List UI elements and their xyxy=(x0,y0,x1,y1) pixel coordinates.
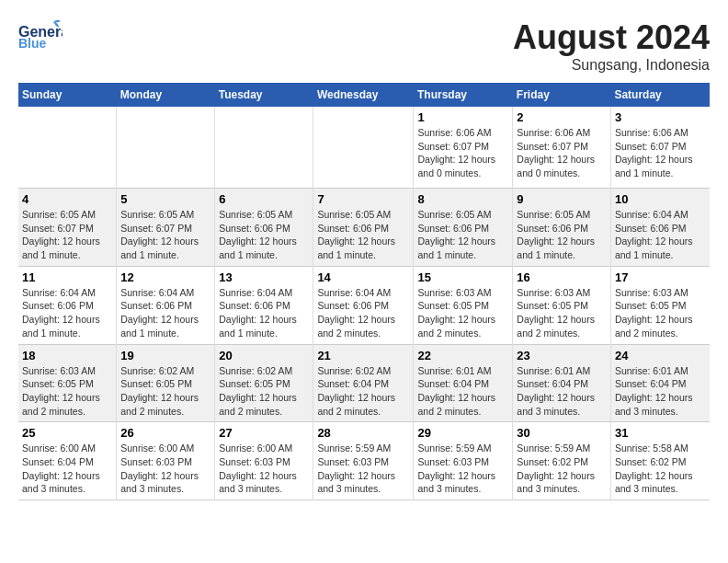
col-header-monday: Monday xyxy=(117,83,215,107)
day-info: Sunrise: 6:05 AM Sunset: 6:06 PM Dayligh… xyxy=(417,208,508,262)
day-info: Sunrise: 6:05 AM Sunset: 6:07 PM Dayligh… xyxy=(22,208,112,262)
day-cell: 7Sunrise: 6:05 AM Sunset: 6:06 PM Daylig… xyxy=(313,189,414,267)
day-number: 3 xyxy=(615,110,706,124)
day-number: 20 xyxy=(219,349,309,362)
day-cell: 29Sunrise: 5:59 AM Sunset: 6:03 PM Dayli… xyxy=(414,422,513,500)
day-cell: 11Sunrise: 6:04 AM Sunset: 6:06 PM Dayli… xyxy=(18,266,117,344)
day-cell: 10Sunrise: 6:04 AM Sunset: 6:06 PM Dayli… xyxy=(610,189,710,267)
day-cell xyxy=(215,107,313,189)
day-cell: 2Sunrise: 6:06 AM Sunset: 6:07 PM Daylig… xyxy=(513,107,611,189)
day-cell: 24Sunrise: 6:01 AM Sunset: 6:04 PM Dayli… xyxy=(610,344,710,422)
day-info: Sunrise: 6:04 AM Sunset: 6:06 PM Dayligh… xyxy=(615,208,706,262)
col-header-sunday: Sunday xyxy=(18,83,117,107)
day-cell: 14Sunrise: 6:04 AM Sunset: 6:06 PM Dayli… xyxy=(313,266,414,344)
day-cell: 31Sunrise: 5:58 AM Sunset: 6:02 PM Dayli… xyxy=(610,422,710,500)
day-number: 30 xyxy=(517,426,607,440)
day-info: Sunrise: 6:00 AM Sunset: 6:03 PM Dayligh… xyxy=(219,442,309,496)
day-number: 19 xyxy=(120,349,210,362)
day-cell: 9Sunrise: 6:05 AM Sunset: 6:06 PM Daylig… xyxy=(513,189,611,267)
week-row-1: 1Sunrise: 6:06 AM Sunset: 6:07 PM Daylig… xyxy=(18,107,710,189)
day-info: Sunrise: 6:03 AM Sunset: 6:05 PM Dayligh… xyxy=(615,286,706,340)
day-info: Sunrise: 6:05 AM Sunset: 6:06 PM Dayligh… xyxy=(317,208,409,262)
day-cell xyxy=(18,107,117,189)
day-cell: 23Sunrise: 6:01 AM Sunset: 6:04 PM Dayli… xyxy=(513,344,611,422)
day-cell: 25Sunrise: 6:00 AM Sunset: 6:04 PM Dayli… xyxy=(18,422,117,500)
day-info: Sunrise: 6:04 AM Sunset: 6:06 PM Dayligh… xyxy=(317,286,409,340)
day-info: Sunrise: 6:00 AM Sunset: 6:04 PM Dayligh… xyxy=(22,442,112,496)
day-info: Sunrise: 6:05 AM Sunset: 6:06 PM Dayligh… xyxy=(219,208,309,262)
page-header: General Blue August 2024 Sungsang, Indon… xyxy=(18,18,710,74)
day-number: 4 xyxy=(22,192,112,206)
day-info: Sunrise: 6:06 AM Sunset: 6:07 PM Dayligh… xyxy=(417,126,508,180)
day-number: 28 xyxy=(317,426,409,440)
day-number: 15 xyxy=(417,270,508,284)
day-number: 13 xyxy=(219,270,309,284)
day-number: 2 xyxy=(517,110,607,124)
day-number: 18 xyxy=(22,349,112,362)
week-row-4: 18Sunrise: 6:03 AM Sunset: 6:05 PM Dayli… xyxy=(18,344,710,422)
day-cell: 15Sunrise: 6:03 AM Sunset: 6:05 PM Dayli… xyxy=(414,266,513,344)
day-number: 17 xyxy=(615,270,706,284)
day-info: Sunrise: 6:02 AM Sunset: 6:05 PM Dayligh… xyxy=(219,364,309,419)
day-info: Sunrise: 5:59 AM Sunset: 6:02 PM Dayligh… xyxy=(517,442,607,496)
col-header-wednesday: Wednesday xyxy=(313,83,414,107)
col-header-thursday: Thursday xyxy=(414,83,513,107)
day-info: Sunrise: 6:04 AM Sunset: 6:06 PM Dayligh… xyxy=(120,286,210,340)
day-cell: 12Sunrise: 6:04 AM Sunset: 6:06 PM Dayli… xyxy=(117,266,215,344)
col-header-tuesday: Tuesday xyxy=(215,83,313,107)
day-info: Sunrise: 6:06 AM Sunset: 6:07 PM Dayligh… xyxy=(517,126,607,180)
day-info: Sunrise: 6:05 AM Sunset: 6:07 PM Dayligh… xyxy=(120,208,210,262)
day-cell: 6Sunrise: 6:05 AM Sunset: 6:06 PM Daylig… xyxy=(215,189,313,267)
month-year: August 2024 xyxy=(513,18,710,57)
day-info: Sunrise: 6:00 AM Sunset: 6:03 PM Dayligh… xyxy=(120,442,210,496)
day-number: 14 xyxy=(317,270,409,284)
day-cell xyxy=(313,107,414,189)
location: Sungsang, Indonesia xyxy=(513,57,710,74)
week-row-5: 25Sunrise: 6:00 AM Sunset: 6:04 PM Dayli… xyxy=(18,422,710,500)
day-info: Sunrise: 5:59 AM Sunset: 6:03 PM Dayligh… xyxy=(417,442,508,496)
day-info: Sunrise: 5:58 AM Sunset: 6:02 PM Dayligh… xyxy=(615,442,706,496)
day-number: 21 xyxy=(317,349,409,362)
day-number: 1 xyxy=(417,110,508,124)
col-header-friday: Friday xyxy=(513,83,611,107)
day-info: Sunrise: 6:01 AM Sunset: 6:04 PM Dayligh… xyxy=(615,364,706,419)
logo: General Blue xyxy=(18,18,63,52)
day-cell: 4Sunrise: 6:05 AM Sunset: 6:07 PM Daylig… xyxy=(18,189,117,267)
day-cell: 5Sunrise: 6:05 AM Sunset: 6:07 PM Daylig… xyxy=(117,189,215,267)
day-cell: 27Sunrise: 6:00 AM Sunset: 6:03 PM Dayli… xyxy=(215,422,313,500)
day-number: 23 xyxy=(517,349,607,362)
day-cell: 22Sunrise: 6:01 AM Sunset: 6:04 PM Dayli… xyxy=(414,344,513,422)
day-number: 9 xyxy=(517,192,607,206)
day-number: 12 xyxy=(120,270,210,284)
day-number: 22 xyxy=(417,349,508,362)
day-cell: 30Sunrise: 5:59 AM Sunset: 6:02 PM Dayli… xyxy=(513,422,611,500)
day-number: 10 xyxy=(615,192,706,206)
day-number: 31 xyxy=(615,426,706,440)
day-info: Sunrise: 6:06 AM Sunset: 6:07 PM Dayligh… xyxy=(615,126,706,180)
day-number: 27 xyxy=(219,426,309,440)
day-cell: 19Sunrise: 6:02 AM Sunset: 6:05 PM Dayli… xyxy=(117,344,215,422)
day-info: Sunrise: 6:03 AM Sunset: 6:05 PM Dayligh… xyxy=(22,364,112,419)
day-number: 26 xyxy=(120,426,210,440)
day-info: Sunrise: 6:04 AM Sunset: 6:06 PM Dayligh… xyxy=(22,286,112,340)
day-cell xyxy=(117,107,215,189)
day-info: Sunrise: 6:04 AM Sunset: 6:06 PM Dayligh… xyxy=(219,286,309,340)
day-number: 5 xyxy=(120,192,210,206)
day-cell: 3Sunrise: 6:06 AM Sunset: 6:07 PM Daylig… xyxy=(610,107,710,189)
day-number: 7 xyxy=(317,192,409,206)
day-cell: 1Sunrise: 6:06 AM Sunset: 6:07 PM Daylig… xyxy=(414,107,513,189)
day-number: 29 xyxy=(417,426,508,440)
day-number: 11 xyxy=(22,270,112,284)
day-number: 6 xyxy=(219,192,309,206)
day-cell: 28Sunrise: 5:59 AM Sunset: 6:03 PM Dayli… xyxy=(313,422,414,500)
day-number: 16 xyxy=(517,270,607,284)
title-block: August 2024 Sungsang, Indonesia xyxy=(513,18,710,74)
week-row-3: 11Sunrise: 6:04 AM Sunset: 6:06 PM Dayli… xyxy=(18,266,710,344)
week-row-2: 4Sunrise: 6:05 AM Sunset: 6:07 PM Daylig… xyxy=(18,189,710,267)
day-info: Sunrise: 5:59 AM Sunset: 6:03 PM Dayligh… xyxy=(317,442,409,496)
day-cell: 8Sunrise: 6:05 AM Sunset: 6:06 PM Daylig… xyxy=(414,189,513,267)
svg-text:Blue: Blue xyxy=(18,36,47,51)
day-info: Sunrise: 6:02 AM Sunset: 6:05 PM Dayligh… xyxy=(120,364,210,419)
day-cell: 16Sunrise: 6:03 AM Sunset: 6:05 PM Dayli… xyxy=(513,266,611,344)
calendar-table: SundayMondayTuesdayWednesdayThursdayFrid… xyxy=(18,83,710,500)
